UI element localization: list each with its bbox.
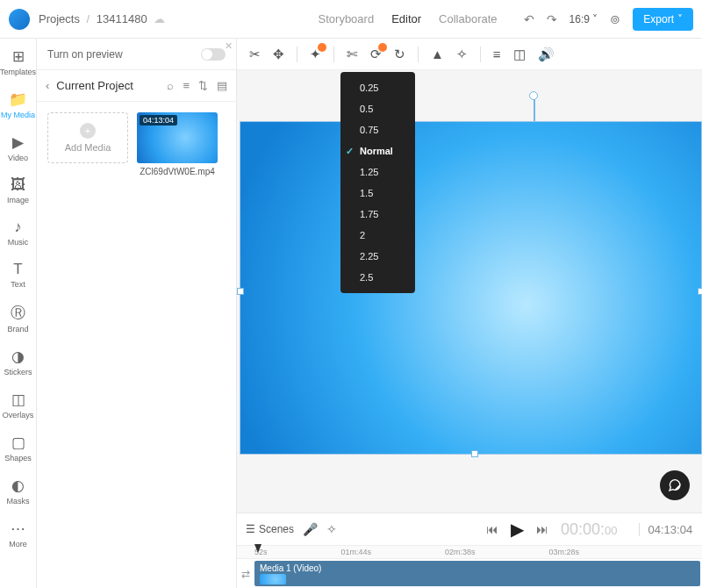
canvas-stage[interactable] [240,121,702,455]
chat-button[interactable] [660,470,690,500]
canvas-toolbar: ✂ ✥ ✦ ✄ ⟳ ↻ ▲ ✧ ≡ ◫ 🔊 [237,39,702,70]
templates-icon: ⊞ [12,47,25,66]
timecode: 00:00:00 [561,520,618,539]
preview-label: Turn on preview [47,48,123,61]
image-icon: 🖼 [11,176,25,194]
breadcrumb: Projects / 13411480 ☁ [39,12,165,25]
back-icon[interactable]: ‹ [46,79,49,92]
scenes-button[interactable]: ☰ Scenes [246,523,294,535]
tab-editor[interactable]: Editor [391,12,421,25]
media-item[interactable]: 04:13:04 ZCl69dVtW0E.mp4 [137,112,218,176]
marker-icon[interactable]: ✧ [326,522,337,536]
mymedia-icon: 📁 [9,90,27,109]
speed-option[interactable]: 2 [340,225,415,246]
rail-masks[interactable]: ◐Masks [0,475,36,507]
masks-icon: ◐ [11,477,25,495]
stickers-icon: ◑ [11,348,25,366]
rail-video[interactable]: ▶Video [0,132,36,164]
shapes-icon: ▢ [11,434,25,452]
layers-icon[interactable]: ◫ [513,47,526,62]
crop-icon[interactable]: ✂ [249,47,261,62]
mic-icon[interactable]: 🎤 [303,522,318,536]
settings-icon[interactable]: ⊚ [610,12,620,26]
music-icon: ♪ [14,219,22,236]
cut-icon[interactable]: ✄ [347,47,358,62]
overlays-icon: ◫ [11,391,25,409]
rail-brand[interactable]: ⓇBrand [0,301,36,335]
video-icon: ▶ [12,133,24,152]
add-media-button[interactable]: + Add Media [47,112,128,163]
ruler-tick: 52s [254,548,268,556]
preview-toggle[interactable] [201,48,226,61]
ruler-tick: 01m:44s [341,548,372,556]
ruler-tick: 02m:38s [445,548,476,556]
view-icon[interactable]: ▤ [217,79,227,92]
prev-frame-icon[interactable]: ⏮ [486,522,498,536]
rail-overlays[interactable]: ◫Overlays [0,389,36,421]
rail-stickers[interactable]: ◑Stickers [0,346,36,378]
track-link-icon[interactable]: ⇄ [237,559,254,588]
breadcrumb-root[interactable]: Projects [39,12,80,25]
media-duration: 04:13:04 [140,115,177,125]
cloud-sync-icon: ☁ [154,12,165,25]
filter-icon[interactable]: ≡ [183,79,190,92]
speed-icon[interactable]: ⟳ [370,47,382,62]
redo-icon[interactable]: ↷ [547,12,557,26]
undo-icon[interactable]: ↶ [524,12,534,26]
rail-music[interactable]: ♪Music [0,217,36,248]
more-icon: ⋯ [11,520,25,538]
total-duration: 04:13:04 [639,523,693,536]
rail-text[interactable]: TText [0,259,36,290]
mask-tool-icon[interactable]: ▲ [431,47,444,61]
speed-option[interactable]: 1.75 [340,204,415,225]
tab-collaborate[interactable]: Collaborate [439,12,498,25]
export-button[interactable]: Export ˅ [633,8,693,31]
effects-icon[interactable]: ✧ [456,47,468,62]
rail-templates[interactable]: ⊞Templates [0,46,36,78]
align-icon[interactable]: ≡ [493,47,501,61]
timeline-ruler[interactable]: 52s01m:44s02m:38s03m:28s [237,545,702,559]
timeline-clip[interactable]: Media 1 (Video) [254,561,700,586]
speed-option[interactable]: ✓Normal [340,140,415,161]
speed-option[interactable]: 2.25 [340,246,415,267]
plus-icon: + [80,123,96,139]
speed-option[interactable]: 0.25 [340,77,415,98]
app-logo[interactable] [9,9,30,30]
rotate-icon[interactable]: ↻ [394,47,405,62]
speed-dropdown: 0.250.50.75✓Normal1.251.51.7522.252.5 [340,72,415,293]
aspect-ratio-select[interactable]: 16:9 ˅ [569,13,598,25]
close-panel-icon[interactable]: ✕ [225,40,233,52]
rotate-handle[interactable] [529,91,538,100]
fit-icon[interactable]: ✥ [273,47,284,62]
breadcrumb-project[interactable]: 13411480 [97,12,147,25]
media-filename: ZCl69dVtW0E.mp4 [137,167,218,176]
rail-more[interactable]: ⋯More [0,518,36,550]
speed-option[interactable]: 1.25 [340,161,415,183]
rail-mymedia[interactable]: 📁My Media [0,89,36,121]
brand-icon: Ⓡ [11,303,25,323]
next-frame-icon[interactable]: ⏭ [536,522,548,536]
speed-option[interactable]: 0.75 [340,119,415,140]
tab-storyboard[interactable]: Storyboard [319,12,375,25]
speed-option[interactable]: 2.5 [340,267,415,288]
panel-title: Current Project [56,79,133,92]
rail-image[interactable]: 🖼Image [0,175,36,206]
sort-icon[interactable]: ⇅ [198,79,208,92]
text-icon: T [13,261,22,278]
volume-icon[interactable]: 🔊 [538,47,555,62]
adjust-icon[interactable]: ✦ [310,47,321,62]
search-icon[interactable]: ⌕ [167,79,174,92]
speed-option[interactable]: 1.5 [340,183,415,204]
rail-shapes[interactable]: ▢Shapes [0,432,36,464]
speed-option[interactable]: 0.5 [340,98,415,119]
play-button[interactable]: ▶ [511,519,524,540]
ruler-tick: 03m:28s [549,548,580,556]
